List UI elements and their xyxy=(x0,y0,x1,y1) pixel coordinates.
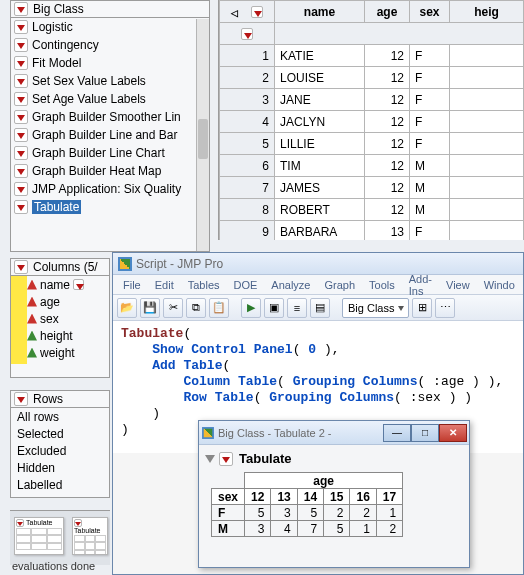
script-item[interactable]: Fit Model xyxy=(11,54,209,72)
menu-file[interactable]: File xyxy=(117,278,147,292)
column-item[interactable]: name xyxy=(27,276,107,293)
col-age[interactable]: age xyxy=(365,1,410,23)
tb-copy-icon[interactable]: ⧉ xyxy=(186,298,206,318)
scripts-panel: Big Class LogisticContingencyFit ModelSe… xyxy=(10,0,210,252)
data-table: ◁ name age sex heig 1KATIE12F2LOUISE12F3… xyxy=(218,0,524,240)
editor-titlebar[interactable]: Script - JMP Pro xyxy=(113,253,523,275)
editor-title: Script - JMP Pro xyxy=(136,257,223,271)
disclosure-icon[interactable] xyxy=(14,128,28,142)
menu-addins[interactable]: Add-Ins xyxy=(403,272,438,298)
tb-more-icon[interactable]: ⋯ xyxy=(435,298,455,318)
outline-triangle-icon[interactable] xyxy=(205,455,215,463)
disclosure-icon[interactable] xyxy=(14,182,28,196)
sex-header: sex xyxy=(212,489,245,505)
rows-filter-item[interactable]: Excluded xyxy=(13,442,107,459)
disclosure-icon[interactable] xyxy=(14,56,28,70)
rows-filter-item[interactable]: Selected xyxy=(13,425,107,442)
disclosure-icon[interactable] xyxy=(14,164,28,178)
script-item[interactable]: Logistic xyxy=(11,18,209,36)
script-item[interactable]: Graph Builder Smoother Lin xyxy=(11,108,209,126)
col-name[interactable]: name xyxy=(275,1,365,23)
thumbnail-tabulate-1[interactable]: Tabulate xyxy=(14,517,64,555)
disclosure-icon[interactable] xyxy=(219,452,233,466)
rows-filter-item[interactable]: All rows xyxy=(13,408,107,425)
modeling-type-icon xyxy=(27,331,37,341)
table-row[interactable]: 8ROBERT12M xyxy=(220,199,524,221)
row-selector-corner[interactable] xyxy=(220,23,275,45)
tb-run-icon[interactable]: ▶ xyxy=(241,298,261,318)
disclosure-icon[interactable] xyxy=(14,38,28,52)
tb-cut-icon[interactable]: ✂ xyxy=(163,298,183,318)
menu-window[interactable]: Windo xyxy=(478,278,521,292)
table-row[interactable]: 2LOUISE12F xyxy=(220,67,524,89)
col-height[interactable]: heig xyxy=(450,1,524,23)
tb-format-icon[interactable]: ≡ xyxy=(287,298,307,318)
tabulate-titlebar[interactable]: Big Class - Tabulate 2 - — □ ✕ xyxy=(199,421,469,445)
table-row[interactable]: 6TIM12M xyxy=(220,155,524,177)
script-item[interactable]: Set Sex Value Labels xyxy=(11,72,209,90)
column-item[interactable]: weight xyxy=(27,344,107,361)
disclosure-icon[interactable] xyxy=(14,146,28,160)
tb-debug-icon[interactable]: ▣ xyxy=(264,298,284,318)
disclosure-icon[interactable] xyxy=(14,392,28,406)
disclosure-icon[interactable] xyxy=(14,20,28,34)
script-item[interactable]: Set Age Value Labels xyxy=(11,90,209,108)
menu-edit[interactable]: Edit xyxy=(149,278,180,292)
modeling-type-icon xyxy=(27,314,37,324)
thumbnail-tabulate-2[interactable]: Tabulate xyxy=(72,517,108,555)
table-corner[interactable]: ◁ xyxy=(220,1,275,23)
tb-open-icon[interactable]: 📂 xyxy=(117,298,137,318)
tabulate-title: Big Class - Tabulate 2 - xyxy=(218,427,332,439)
menu-analyze[interactable]: Analyze xyxy=(265,278,316,292)
scripts-scrollbar[interactable] xyxy=(196,19,209,251)
table-row[interactable]: 4JACLYN12F xyxy=(220,111,524,133)
disclosure-icon[interactable] xyxy=(14,260,28,274)
disclosure-icon[interactable] xyxy=(14,110,28,124)
modeling-type-icon xyxy=(27,348,37,358)
scripts-panel-title: Big Class xyxy=(33,2,84,16)
jmp-icon xyxy=(202,427,214,439)
menu-view[interactable]: View xyxy=(440,278,476,292)
script-item[interactable]: Tabulate xyxy=(11,198,209,216)
disclosure-icon[interactable] xyxy=(14,74,28,88)
menu-doe[interactable]: DOE xyxy=(228,278,264,292)
table-row[interactable]: 3JANE12F xyxy=(220,89,524,111)
editor-toolbar: 📂 💾 ✂ ⧉ 📋 ▶ ▣ ≡ ▤ Big Class ⊞ ⋯ xyxy=(113,295,523,321)
col-sex[interactable]: sex xyxy=(410,1,450,23)
tb-save-icon[interactable]: 💾 xyxy=(140,298,160,318)
age-col: 15 xyxy=(324,489,350,505)
script-item[interactable]: Graph Builder Heat Map xyxy=(11,162,209,180)
column-item[interactable]: age xyxy=(27,293,107,310)
disclosure-icon[interactable] xyxy=(14,2,28,16)
script-item[interactable]: Graph Builder Line Chart xyxy=(11,144,209,162)
table-row[interactable]: 9BARBARA13F xyxy=(220,221,524,241)
tabulate-output-window: Big Class - Tabulate 2 - — □ ✕ Tabulate … xyxy=(198,420,470,568)
script-item[interactable]: Contingency xyxy=(11,36,209,54)
table-row[interactable]: 5LILLIE12F xyxy=(220,133,524,155)
rows-filter-item[interactable]: Labelled xyxy=(13,476,107,493)
column-item[interactable]: height xyxy=(27,327,107,344)
table-row[interactable]: 7JAMES12M xyxy=(220,177,524,199)
age-col: 12 xyxy=(245,489,271,505)
rows-filter-item[interactable]: Hidden xyxy=(13,459,107,476)
tb-log-icon[interactable]: ▤ xyxy=(310,298,330,318)
tb-link-icon[interactable]: ⊞ xyxy=(412,298,432,318)
close-button[interactable]: ✕ xyxy=(439,424,467,442)
tb-paste-icon[interactable]: 📋 xyxy=(209,298,229,318)
disclosure-icon[interactable] xyxy=(14,92,28,106)
columns-panel-header[interactable]: Columns (5/ xyxy=(11,259,109,276)
script-item[interactable]: Graph Builder Line and Bar xyxy=(11,126,209,144)
rows-panel-header[interactable]: Rows xyxy=(11,391,109,408)
scripts-panel-header[interactable]: Big Class xyxy=(11,1,209,18)
menu-graph[interactable]: Graph xyxy=(318,278,361,292)
minimize-button[interactable]: — xyxy=(383,424,411,442)
menu-tables[interactable]: Tables xyxy=(182,278,226,292)
age-col: 13 xyxy=(271,489,297,505)
datatable-combo[interactable]: Big Class xyxy=(342,298,409,318)
maximize-button[interactable]: □ xyxy=(411,424,439,442)
script-item[interactable]: JMP Application: Six Quality xyxy=(11,180,209,198)
table-row[interactable]: 1KATIE12F xyxy=(220,45,524,67)
disclosure-icon[interactable] xyxy=(14,200,28,214)
menu-tools[interactable]: Tools xyxy=(363,278,401,292)
column-item[interactable]: sex xyxy=(27,310,107,327)
